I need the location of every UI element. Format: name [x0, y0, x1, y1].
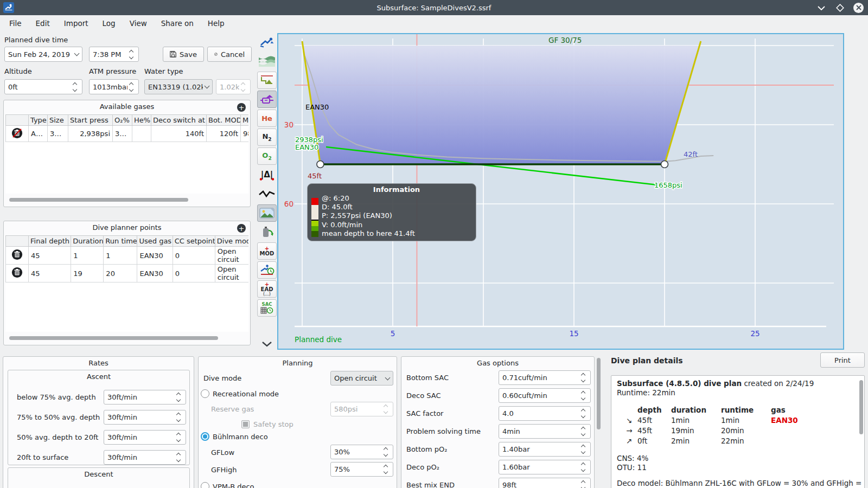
column-header[interactable]: Dive mode — [215, 236, 248, 247]
menu-import[interactable]: Import — [57, 16, 95, 30]
ceiling-waves-icon[interactable] — [257, 53, 277, 70]
gas-option-spinner[interactable]: 0.60cuft/min — [499, 388, 591, 403]
profile-handle[interactable] — [317, 161, 324, 168]
dive-planner-points-box: Dive planner points + Final depthDuratio… — [3, 221, 251, 345]
delete-cylinder-icon[interactable] — [11, 127, 23, 139]
plan-text-vscrollbar[interactable] — [859, 380, 863, 434]
dive-mode-select[interactable]: Open circuit — [330, 371, 393, 386]
sac-icon[interactable]: SAC — [257, 299, 277, 317]
deco-time-icon[interactable] — [257, 261, 277, 279]
points-hscrollbar[interactable] — [9, 336, 218, 340]
column-header[interactable]: O₂% — [113, 115, 132, 126]
plan-runtime: 1min — [721, 415, 771, 426]
tooltip-line: @: 6:20 — [322, 194, 471, 203]
column-header[interactable]: Start press — [68, 115, 113, 126]
gases-hscrollbar[interactable] — [9, 198, 188, 202]
column-header[interactable]: MND — [241, 115, 249, 126]
buhlmann-deco-radio[interactable] — [201, 432, 209, 441]
o2-graph-icon[interactable]: O2 — [257, 147, 277, 165]
rate-label: 75% to 50% avg. depth — [17, 413, 100, 421]
column-header[interactable]: Run time — [104, 236, 137, 247]
menu-file[interactable]: File — [2, 16, 29, 30]
dive-planner-points-title: Dive planner points — [4, 221, 250, 232]
he-graph-icon[interactable]: He — [257, 110, 277, 127]
gas-option-spinner[interactable]: 4min — [499, 424, 591, 439]
gas-option-spinner[interactable]: 1.40bar — [499, 442, 591, 457]
menu-edit[interactable]: Edit — [29, 16, 57, 30]
atm-pressure-spinner[interactable]: 1013mbar — [89, 79, 139, 94]
maximize-button[interactable] — [835, 3, 845, 12]
column-header[interactable]: CC setpoint — [173, 236, 215, 247]
column-header[interactable]: He% — [132, 115, 151, 126]
diver-icon[interactable] — [257, 34, 277, 51]
dive-profile-chart[interactable]: 515253060GF 30/75EAN302938psiEAN3045ft42… — [277, 33, 844, 350]
trash-icon[interactable] — [11, 249, 23, 260]
tooltip-line: P: 2,557psi (EAN30) — [322, 211, 471, 220]
dive-plan-text: Subsurface (4.8.5.0) dive plan created o… — [611, 375, 865, 488]
menu-log[interactable]: Log — [95, 16, 123, 30]
column-header[interactable]: Deco switch at — [151, 115, 207, 126]
gas-option-spinner[interactable]: 1.60bar — [499, 460, 591, 474]
ead-icon[interactable]: +EAD(...) — [257, 280, 277, 298]
chevron-down-icon — [74, 51, 80, 56]
save-button[interactable]: Save — [163, 47, 204, 62]
table-row[interactable]: 451920EAN300Open circuit — [6, 265, 249, 282]
salinity-spinner: 1.02k( — [216, 79, 251, 94]
gas-option-spinner[interactable]: 98ft — [499, 478, 591, 488]
cancel-button[interactable]: Cancel — [207, 47, 252, 62]
plan-duration: 1min — [671, 415, 721, 426]
rate-label: 20ft to surface — [17, 453, 68, 461]
menu-help[interactable]: Help — [201, 16, 232, 30]
column-header[interactable]: Used gas — [137, 236, 173, 247]
rate-spinner[interactable]: 30ft/min — [104, 450, 186, 465]
trash-icon[interactable] — [11, 267, 23, 278]
heartrate-icon[interactable] — [257, 185, 277, 203]
vpmb-deco-radio[interactable] — [201, 482, 209, 488]
plan-heading: Subsurface (4.8.5.0) dive plan — [617, 379, 742, 388]
ruler-icon[interactable]: |Δ| — [257, 166, 277, 184]
gfhigh-spinner[interactable]: 75% — [330, 462, 393, 477]
menu-view[interactable]: View — [123, 16, 154, 30]
add-point-button[interactable]: + — [237, 224, 246, 233]
recreational-mode-radio[interactable] — [201, 389, 209, 398]
print-button[interactable]: Print — [820, 352, 865, 368]
column-header[interactable]: Final depth — [29, 236, 71, 247]
plan-cns: CNS: 4% — [617, 454, 859, 463]
toolbar-scroll-down-icon[interactable] — [257, 335, 277, 352]
gas-option-spinner[interactable]: 4.0 — [499, 406, 591, 421]
dive-date-select[interactable]: Sun Feb 24, 2019 — [4, 47, 82, 62]
available-gases-box: Available gases + TypeSizeStart pressO₂%… — [3, 100, 251, 207]
mod-icon[interactable]: +MOD — [257, 242, 277, 260]
tooltip-line: D: 45.0ft — [322, 203, 471, 211]
add-gas-button[interactable]: + — [237, 103, 246, 112]
options-vscrollbar[interactable] — [597, 358, 601, 429]
column-header[interactable]: Size — [48, 115, 68, 126]
column-header[interactable]: Type — [29, 115, 48, 126]
tissue-saturation-bar — [311, 198, 318, 237]
column-header[interactable]: Duration — [71, 236, 104, 247]
segment-arrow-icon: ↘ — [621, 415, 637, 426]
minimize-button[interactable] — [816, 3, 826, 12]
n2-graph-icon[interactable]: N2 — [257, 129, 277, 146]
svg-text:25: 25 — [750, 329, 760, 338]
gas-change-icon[interactable] — [257, 223, 277, 241]
dive-time-spinner[interactable]: 7:38 PM — [89, 47, 139, 62]
calculated-ceiling-icon[interactable] — [257, 72, 277, 89]
rate-spinner[interactable]: 30ft/min — [104, 410, 186, 425]
gas-option-spinner[interactable]: 0.71cuft/min — [499, 370, 591, 385]
setpoint-icon[interactable] — [257, 91, 277, 108]
photos-icon[interactable] — [257, 204, 277, 222]
profile-handle[interactable] — [661, 161, 668, 168]
table-row[interactable]: 4511EAN300Open circuit — [6, 247, 249, 265]
water-type-select[interactable]: EN13319 (1.02k — [144, 79, 213, 94]
menu-share-on[interactable]: Share on — [154, 16, 201, 30]
gflow-spinner[interactable]: 30% — [330, 445, 393, 459]
column-header[interactable]: Bot. MOD — [207, 115, 241, 126]
rate-spinner[interactable]: 30ft/min — [104, 430, 186, 445]
table-row[interactable]: A…3…2,938psi3…140ft120ft98f — [6, 126, 249, 142]
rate-spinner[interactable]: 30ft/min — [104, 390, 186, 404]
close-button[interactable] — [853, 3, 864, 13]
rates-panel: Rates Ascent below 75% avg. depth 30ft/m… — [3, 356, 194, 488]
altitude-spinner[interactable]: 0ft — [4, 79, 82, 94]
vpmb-deco-label: VPM-B deco — [213, 483, 254, 488]
